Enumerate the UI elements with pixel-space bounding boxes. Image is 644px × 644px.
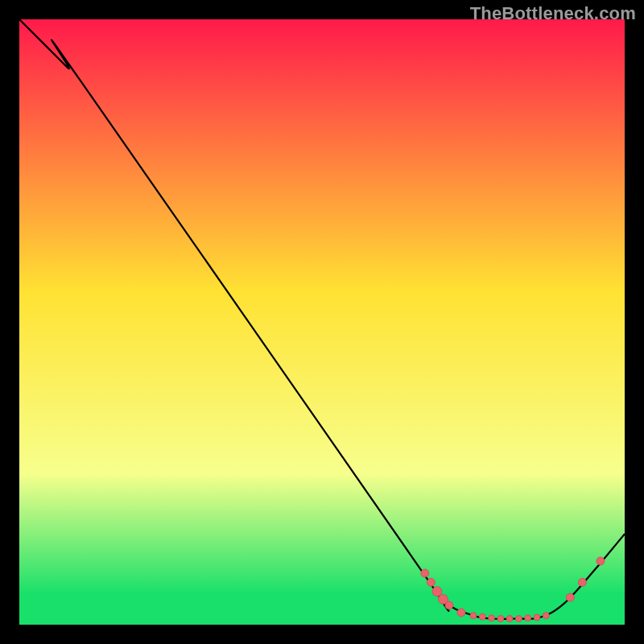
data-marker xyxy=(470,613,477,619)
data-marker xyxy=(597,557,605,565)
data-marker xyxy=(479,613,485,620)
data-marker xyxy=(421,569,429,577)
chart-plot-area xyxy=(19,19,625,625)
gradient-background xyxy=(19,19,625,625)
data-marker xyxy=(566,593,574,601)
data-marker xyxy=(489,615,495,621)
data-marker xyxy=(445,601,453,609)
data-marker xyxy=(534,614,540,621)
chart-frame: { "attribution": "TheBottleneck.com", "c… xyxy=(0,0,644,644)
data-marker xyxy=(515,615,522,621)
data-marker xyxy=(457,609,465,617)
data-marker xyxy=(427,578,435,586)
bottleneck-curve-chart xyxy=(19,19,625,625)
data-marker xyxy=(497,615,504,621)
data-marker xyxy=(525,615,531,621)
data-marker xyxy=(506,615,513,621)
data-marker xyxy=(432,587,442,597)
data-marker xyxy=(543,613,549,619)
data-marker xyxy=(578,578,586,586)
